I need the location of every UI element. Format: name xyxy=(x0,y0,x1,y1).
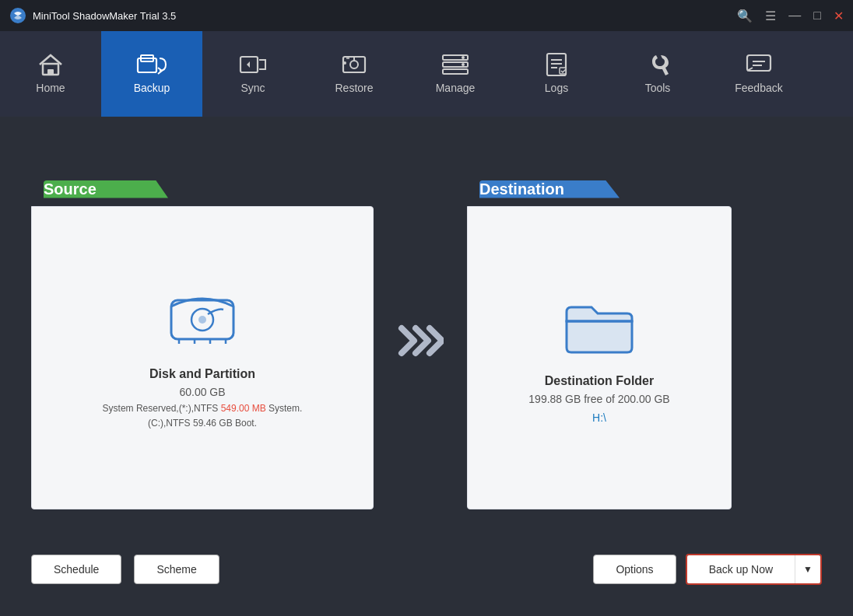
schedule-button[interactable]: Schedule xyxy=(31,555,121,584)
cards-row: Source xyxy=(31,140,822,541)
bottom-right: Options Back up Now ▼ xyxy=(593,554,822,585)
backup-now-wrapper: Back up Now ▼ xyxy=(686,554,822,585)
source-detail-line2: (C:),NTFS 59.46 GB Boot. xyxy=(148,418,257,429)
nav-label-sync: Sync xyxy=(240,82,265,94)
destination-header-bg: Destination xyxy=(479,180,620,198)
bottom-bar: Schedule Scheme Options Back up Now ▼ xyxy=(31,554,822,593)
backup-now-button[interactable]: Back up Now xyxy=(687,555,795,583)
nav-item-restore[interactable]: Restore xyxy=(304,31,405,117)
destination-header: Destination xyxy=(467,172,732,206)
backup-now-dropdown[interactable]: ▼ xyxy=(795,555,820,583)
tools-icon xyxy=(644,52,672,77)
source-card-title: Disk and Partition xyxy=(149,367,255,381)
search-icon[interactable]: 🔍 xyxy=(737,9,753,23)
menu-icon[interactable]: ☰ xyxy=(765,9,776,23)
source-card-size: 60.00 GB xyxy=(179,386,225,398)
sync-icon xyxy=(239,52,267,77)
nav-item-tools[interactable]: Tools xyxy=(607,31,708,117)
destination-card-body[interactable]: Destination Folder 199.88 GB free of 200… xyxy=(467,206,732,509)
titlebar-left: MiniTool ShadowMaker Trial 3.5 xyxy=(9,7,176,24)
feedback-icon xyxy=(745,52,773,77)
nav-item-manage[interactable]: Manage xyxy=(405,31,506,117)
svg-point-13 xyxy=(462,63,465,66)
home-icon xyxy=(37,52,65,77)
destination-header-label: Destination xyxy=(479,180,564,198)
destination-card-size: 199.88 GB free of 200.00 GB xyxy=(528,393,669,405)
destination-folder-icon xyxy=(560,292,638,362)
bottom-left: Schedule Scheme xyxy=(31,555,219,584)
source-header: Source xyxy=(31,172,374,206)
nav-label-restore: Restore xyxy=(335,82,373,94)
svg-rect-2 xyxy=(47,69,54,75)
main-content: Source xyxy=(0,117,853,616)
logs-icon xyxy=(542,52,570,77)
nav-item-feedback[interactable]: Feedback xyxy=(708,31,809,117)
nav-label-manage: Manage xyxy=(436,82,476,94)
minimize-button[interactable]: — xyxy=(788,9,801,23)
destination-card-link[interactable]: H:\ xyxy=(592,411,606,424)
nav-label-home: Home xyxy=(36,82,65,94)
backup-icon xyxy=(136,52,167,77)
svg-point-12 xyxy=(462,56,465,59)
options-button[interactable]: Options xyxy=(593,555,676,584)
app-title: MiniTool ShadowMaker Trial 3.5 xyxy=(33,10,176,22)
restore-icon xyxy=(340,52,368,77)
source-card[interactable]: Source xyxy=(31,172,374,509)
scheme-button[interactable]: Scheme xyxy=(134,555,219,584)
nav-item-logs[interactable]: Logs xyxy=(506,31,607,117)
nav-label-backup: Backup xyxy=(134,82,170,94)
svg-point-8 xyxy=(343,61,346,65)
app-logo xyxy=(9,7,26,24)
manage-icon xyxy=(441,52,469,77)
maximize-button[interactable]: □ xyxy=(813,9,821,23)
arrow-chevrons xyxy=(397,324,444,358)
nav-item-backup[interactable]: Backup xyxy=(101,31,202,117)
source-header-bg: Source xyxy=(44,180,168,198)
source-card-body[interactable]: Disk and Partition 60.00 GB System Reser… xyxy=(31,206,374,509)
title-bar: MiniTool ShadowMaker Trial 3.5 🔍 ☰ — □ ✕ xyxy=(0,0,853,31)
destination-card-title: Destination Folder xyxy=(545,374,654,388)
svg-point-7 xyxy=(350,61,358,68)
close-button[interactable]: ✕ xyxy=(834,9,844,23)
navbar: Home Backup Sync xyxy=(0,31,853,117)
nav-label-logs: Logs xyxy=(545,82,568,94)
svg-point-19 xyxy=(198,316,206,324)
arrow-area xyxy=(374,324,467,358)
source-header-label: Source xyxy=(44,180,97,198)
nav-item-home[interactable]: Home xyxy=(0,31,101,117)
nav-label-feedback: Feedback xyxy=(735,82,782,94)
source-card-detail: System Reserved,(*:),NTFS 549.00 MB Syst… xyxy=(103,401,303,431)
titlebar-controls: 🔍 ☰ — □ ✕ xyxy=(737,9,844,23)
nav-item-sync[interactable]: Sync xyxy=(202,31,304,117)
destination-card[interactable]: Destination Destination F xyxy=(467,172,732,509)
nav-label-tools: Tools xyxy=(645,82,671,94)
source-detail-line1: System Reserved,(*:),NTFS 549.00 MB Syst… xyxy=(103,403,303,414)
source-disk-icon xyxy=(160,285,245,355)
svg-rect-11 xyxy=(443,69,468,74)
